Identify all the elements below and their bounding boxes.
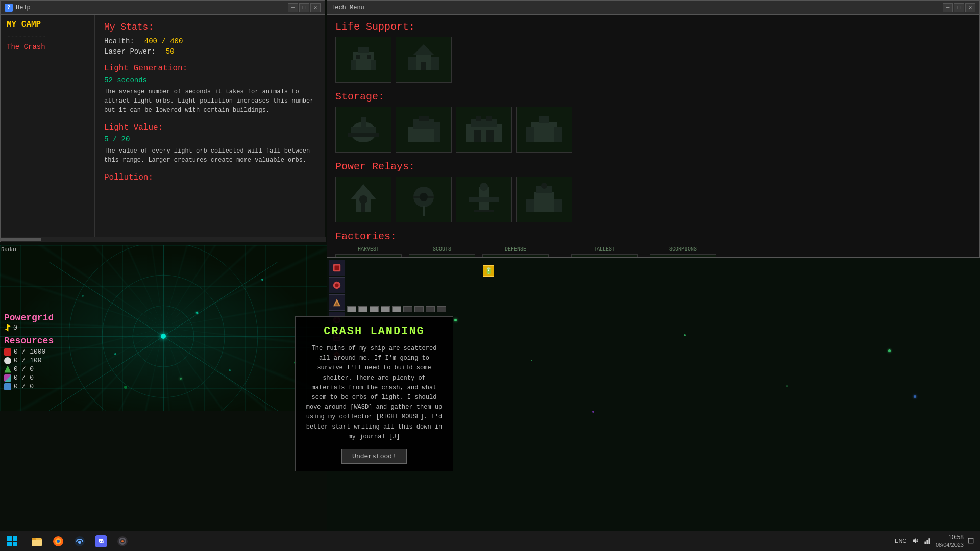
tech-item-storage4[interactable] xyxy=(516,107,572,153)
show-desktop-icon[interactable] xyxy=(968,538,974,544)
svg-rect-31 xyxy=(471,119,497,127)
tech-item-storage2[interactable] xyxy=(396,107,452,153)
tech-factory-scouts: SCOUTS +2+3+4 🖼️🔧 xyxy=(409,246,475,257)
resource-value-1: 0 / 1000 xyxy=(14,348,45,356)
game-item-icon[interactable]: 🔋 xyxy=(483,265,494,277)
tech-item-relay1[interactable] xyxy=(335,177,391,222)
game-dot xyxy=(888,349,891,352)
resource-row-1: 0 / 1000 xyxy=(4,348,90,356)
taskbar-icon-firefox[interactable] xyxy=(48,532,68,551)
resource-value-2: 0 / 100 xyxy=(14,357,42,364)
factory-img-defense[interactable] xyxy=(482,254,549,257)
tech-window-controls: ─ □ ✕ xyxy=(943,3,975,12)
building-icon-life1 xyxy=(343,42,384,78)
resource-value-5: 0 / 0 xyxy=(14,383,34,390)
health-label: Health: xyxy=(104,37,134,45)
tech-item-storage3[interactable] xyxy=(456,107,512,153)
factory-img-harvest[interactable] xyxy=(335,254,402,257)
understood-button[interactable]: Understood! xyxy=(341,449,407,464)
svg-point-109 xyxy=(102,540,103,541)
svg-line-4 xyxy=(163,262,278,336)
help-title-text: Help xyxy=(16,4,31,11)
volume-icon[interactable] xyxy=(911,537,919,545)
obs-icon xyxy=(116,535,129,547)
help-laser-row: Laser Power: 50 xyxy=(104,47,315,56)
svg-line-5 xyxy=(163,336,278,411)
svg-rect-51 xyxy=(534,192,554,212)
help-window-controls: ─ □ ✕ xyxy=(288,3,321,12)
game-dot xyxy=(454,319,457,321)
prog-bar-6 xyxy=(403,306,412,312)
taskbar-icon-explorer[interactable] xyxy=(27,532,47,551)
tech-item-relay2[interactable] xyxy=(396,177,452,222)
prog-bar-8 xyxy=(426,306,435,312)
resource-icon-green xyxy=(4,366,11,373)
help-scrollbar-thumb[interactable] xyxy=(1,238,41,241)
help-window-icon: ? xyxy=(5,4,13,12)
help-close-button[interactable]: ✕ xyxy=(310,3,321,12)
taskbar-icon-obs[interactable] xyxy=(112,532,133,551)
building-icon-life2 xyxy=(403,42,444,78)
svg-rect-42 xyxy=(361,199,365,212)
help-health-row: Health: 400 / 400 xyxy=(104,37,315,45)
crash-dialog-text: The ruins of my ship are scattered all a… xyxy=(306,344,443,442)
tech-minimize-button[interactable]: ─ xyxy=(943,3,953,12)
tech-title-label: Tech Menu xyxy=(331,4,364,11)
factory-img-tallest[interactable] xyxy=(571,254,638,257)
side-icon-1[interactable] xyxy=(329,260,345,276)
svg-rect-14 xyxy=(371,60,376,70)
prog-bar-3 xyxy=(370,306,379,312)
crash-dialog-title: CRASH LANDING xyxy=(306,325,443,338)
svg-rect-118 xyxy=(968,539,973,544)
taskbar-icon-steam[interactable] xyxy=(69,532,90,551)
taskbar-time-text: 10:58 xyxy=(936,534,964,542)
resource-row-4: 0 / 0 xyxy=(4,374,90,382)
light-gen-desc: The average number of seconds it takes f… xyxy=(104,87,315,115)
resources-label: Resources xyxy=(4,336,90,346)
radar-dot xyxy=(229,369,231,371)
discord-icon xyxy=(95,535,107,547)
laser-value: 50 xyxy=(166,47,175,56)
factory-img-scouts[interactable] xyxy=(409,254,475,257)
network-icon[interactable] xyxy=(923,537,932,545)
svg-rect-15 xyxy=(356,55,360,59)
factory-label-defense: DEFENSE xyxy=(482,246,549,252)
svg-rect-84 xyxy=(335,266,339,270)
side-icon-2[interactable] xyxy=(329,277,345,293)
resource-icon-blue xyxy=(4,383,11,390)
help-scrollbar[interactable] xyxy=(1,237,326,242)
tech-item-relay4[interactable] xyxy=(516,177,572,222)
tech-category-life-support: Life Support: xyxy=(335,21,971,33)
taskbar-pinned-icons xyxy=(24,532,135,551)
tech-item-life1[interactable] xyxy=(335,37,391,83)
tech-maximize-button[interactable]: □ xyxy=(954,3,964,12)
tech-close-button[interactable]: ✕ xyxy=(965,3,975,12)
resource-icon-red xyxy=(4,348,11,356)
svg-rect-100 xyxy=(32,540,42,546)
svg-rect-13 xyxy=(351,60,356,70)
svg-rect-33 xyxy=(486,116,492,121)
start-button[interactable] xyxy=(0,531,24,552)
tech-item-life2[interactable] xyxy=(396,37,452,83)
building-icon-storage2 xyxy=(403,112,444,147)
tech-item-relay3[interactable] xyxy=(456,177,512,222)
side-icon-3-img xyxy=(332,298,341,307)
tech-item-storage1[interactable] xyxy=(335,107,391,153)
side-icon-3[interactable] xyxy=(329,294,345,311)
svg-rect-25 xyxy=(348,133,379,137)
tech-factory-defense: DEFENSE +2+3+4+5+6 🖼️🔧 xyxy=(482,246,549,257)
powergrid-value: 0 xyxy=(13,324,17,332)
help-nav-item-crash[interactable]: The Crash xyxy=(7,43,88,51)
svg-rect-29 xyxy=(434,122,440,142)
help-maximize-button[interactable]: □ xyxy=(299,3,309,12)
svg-point-53 xyxy=(541,183,547,189)
help-minimize-button[interactable]: ─ xyxy=(288,3,298,12)
tech-titlebar: Tech Menu ─ □ ✕ xyxy=(327,1,979,15)
taskbar-icon-discord[interactable] xyxy=(91,532,111,551)
prog-bar-1 xyxy=(347,306,356,312)
factory-img-scorpions[interactable] xyxy=(650,254,716,257)
svg-rect-39 xyxy=(539,116,549,123)
help-window-title: ? Help xyxy=(5,4,31,12)
taskbar-date-text: 08/04/2023 xyxy=(936,541,964,548)
svg-rect-32 xyxy=(476,116,481,121)
